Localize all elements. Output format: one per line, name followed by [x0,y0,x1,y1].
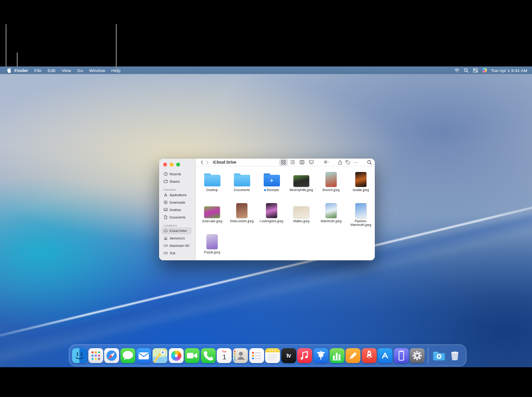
file-item-mammoth-jpeg[interactable]: Mammoth.jpeg [316,201,346,223]
sidebar-item-test[interactable]: Test [161,250,192,257]
menu-bar-clock[interactable]: Tue Apr 1 9:41 AM [491,68,527,73]
dock-item-finder[interactable] [72,348,87,363]
file-item-losangeles-jpeg[interactable]: LosAngeles.jpeg [257,201,286,223]
minimize-button[interactable] [170,163,173,166]
sidebar-item-documents[interactable]: Documents [161,214,192,221]
sidebar-section-locations: Locations [164,224,193,227]
sidebar-list: RecentsSharedFavoritesApplicationsDownlo… [159,168,195,257]
dock-item-contacts[interactable] [233,348,248,363]
search-button[interactable] [367,160,372,165]
dock-item-calendar[interactable]: Tue1 [217,348,232,363]
file-item-pipeline-mammoth-jpeg[interactable]: Pipeline-Mammoth.jpeg [346,201,375,227]
gallery-view-button[interactable] [307,159,316,166]
image-thumbnail [355,172,366,187]
file-name: Desktop [206,188,218,192]
clock-icon [164,172,168,176]
window-controls [159,159,195,168]
more-button[interactable]: ⋯ [353,160,359,165]
menu-bar-menus: FinderFileEditViewGoWindowHelp [0,67,126,73]
calendar-day: 1 [222,353,226,360]
figure-canvas: FinderFileEditViewGoWindowHelp Tue Apr 1… [0,0,532,397]
file-item-receipts[interactable]: ✈Receipts [257,170,286,192]
group-by-button[interactable] [324,160,329,165]
image-thumbnail [326,203,337,218]
dock-item-iphone-mirroring[interactable] [394,348,409,363]
menu-item-edit[interactable]: Edit [47,68,55,73]
menu-item-window[interactable]: Window [89,68,105,73]
menu-item-view[interactable]: View [61,68,71,73]
menu-bar: FinderFileEditViewGoWindowHelp Tue Apr 1… [0,66,532,74]
sidebar-item-macintosh-hd[interactable]: Macintosh HD [161,242,192,249]
desktop-icon [164,208,168,212]
cloud-icon [164,229,168,233]
sidebar-item-label: iCloud Drive [170,229,187,232]
window-title: iCloud Drive [213,160,236,165]
spotlight-search-icon[interactable] [464,68,469,73]
close-button[interactable] [163,163,167,166]
dock-item-safari[interactable] [104,348,119,363]
dock-item-reminders[interactable] [249,348,264,363]
dock-item-phone[interactable] [201,348,216,363]
menu-item-help[interactable]: Help [111,68,120,73]
column-view-button[interactable] [298,159,306,166]
wifi-icon[interactable] [454,68,459,73]
dock-item-music[interactable] [297,348,312,363]
sidebar-item-recents[interactable]: Recents [161,171,192,178]
menu-item-file[interactable]: File [34,68,42,73]
apple-menu-icon[interactable] [7,67,11,73]
file-name: Purple.jpeg [204,251,220,254]
forward-button[interactable] [206,160,209,165]
icon-view-button[interactable] [279,159,288,166]
file-item-beverlyhills-jpeg[interactable]: BeverlyHills.jpeg [286,170,316,192]
image-thumbnail [293,206,309,218]
dock-item-notes[interactable] [265,348,280,363]
file-item-isolate-jpeg[interactable]: Isolate.jpeg [346,170,375,192]
sidebar-section-favorites: Favorites [164,188,193,191]
image-thumbnail [266,203,277,218]
sidebar-item-shared[interactable]: Shared [161,178,192,185]
sidebar-item-desktop[interactable]: Desktop [161,206,192,213]
file-item-kidslondon-jpeg[interactable]: KidsLondon.jpeg [227,201,257,223]
file-item-desktop[interactable]: Desktop [197,170,227,192]
file-item-junelake-jpeg[interactable]: JuneLake.jpeg [197,201,227,223]
dock-item-launchpad[interactable] [88,348,103,363]
sidebar-item-label: Shared [170,180,180,183]
dock-item-messages[interactable] [120,348,135,363]
dock-item-downloads[interactable] [432,348,446,363]
document-icon [164,215,168,219]
dock-item-facetime[interactable] [185,348,200,363]
file-item-malibu-jpeg[interactable]: Malibu.jpeg [286,201,316,223]
back-button[interactable] [200,160,203,165]
dock-item-mail[interactable] [136,348,151,363]
file-item-purple-jpeg[interactable]: Purple.jpeg [197,232,227,254]
menu-item-finder[interactable]: Finder [14,68,28,73]
tag-button[interactable] [346,160,351,165]
applications-icon [164,193,168,197]
zoom-button[interactable] [176,163,180,166]
dock-item-trash[interactable] [447,348,462,363]
menu-item-go[interactable]: Go [77,68,83,73]
siri-icon[interactable] [482,68,487,73]
list-view-button[interactable] [288,159,297,166]
file-item-brunch-jpeg[interactable]: Brunch.jpeg [316,170,346,192]
sidebar-item-applications[interactable]: Applications [161,192,192,198]
dock-item-photos[interactable] [169,348,184,363]
control-center-icon[interactable] [473,68,478,73]
sidebar-item-downloads[interactable]: Downloads [161,199,192,206]
dock-item-system-settings[interactable] [410,348,425,363]
file-item-documents[interactable]: Documents [227,170,257,192]
sidebar-item-dannyrico1[interactable]: dannyrico1 [161,235,192,242]
dock-item-rocket-app[interactable] [362,348,377,363]
finder-main: iCloud Drive ⋯ DesktopDocuments✈Receipts… [196,159,375,260]
dock-item-app-store[interactable] [378,348,392,363]
sidebar-item-icloud-drive[interactable]: iCloud Drive [161,227,192,234]
file-name: Brunch.jpeg [323,188,339,192]
share-button[interactable] [338,160,343,165]
dock-item-pages[interactable] [346,348,360,363]
dock-item-maps[interactable] [153,348,167,363]
dock-item-numbers[interactable] [330,348,345,363]
tv-logo-text: tv [286,352,291,359]
dock-item-tv[interactable]: tv [281,348,296,363]
sidebar-item-label: Downloads [170,201,186,204]
dock-item-keynote[interactable] [313,348,328,363]
